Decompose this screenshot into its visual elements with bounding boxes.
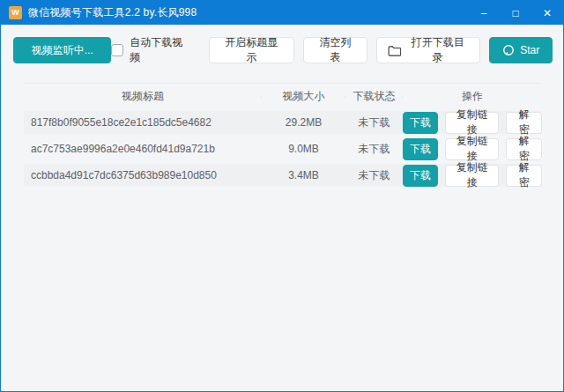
close-icon: ✕ xyxy=(543,8,552,18)
show-title-button[interactable]: 开启标题显示 xyxy=(209,37,294,63)
header-video-size: 视频大小 xyxy=(262,89,345,104)
app-icon: W xyxy=(9,6,22,19)
video-size-cell: 9.0MB xyxy=(262,143,345,155)
maximize-button[interactable]: □ xyxy=(500,1,531,25)
maximize-icon: □ xyxy=(512,8,518,18)
actions-cell: 下载 复制链接 解密 xyxy=(403,138,542,160)
app-window: W 微信视频号下载工具2.2 by.长风998 – □ ✕ 视频监听中... 自… xyxy=(0,0,564,392)
copy-link-button[interactable]: 复制链接 xyxy=(445,112,499,134)
decrypt-button[interactable]: 解密 xyxy=(506,112,542,134)
decrypt-button[interactable]: 解密 xyxy=(506,138,542,160)
copy-link-button[interactable]: 复制链接 xyxy=(445,165,499,187)
download-button[interactable]: 下载 xyxy=(403,165,438,187)
toolbar: 视频监听中... 自动下载视频 开启标题显示 清空列表 打开下载目录 Star xyxy=(13,37,553,63)
close-button[interactable]: ✕ xyxy=(531,1,563,25)
video-table: 视频标题 视频大小 下载状态 操作 817f8b0f9055e18ce2e1c1… xyxy=(24,83,542,187)
github-star-button[interactable]: Star xyxy=(489,37,553,63)
title-bar: W 微信视频号下载工具2.2 by.长风998 – □ ✕ xyxy=(1,1,563,25)
download-button[interactable]: 下载 xyxy=(403,112,438,134)
github-icon xyxy=(502,44,515,56)
clear-list-button[interactable]: 清空列表 xyxy=(303,37,368,63)
header-download-status: 下载状态 xyxy=(345,89,403,104)
video-title-cell: 817f8b0f9055e18ce2e1c185dc5e4682 xyxy=(24,116,262,129)
actions-cell: 下载 复制链接 解密 xyxy=(403,165,542,187)
toolbar-right-group: 自动下载视频 开启标题显示 清空列表 打开下载目录 Star xyxy=(111,35,553,65)
auto-download-checkbox[interactable] xyxy=(111,44,123,56)
download-status-cell: 未下载 xyxy=(345,168,403,183)
actions-cell: 下载 复制链接 解密 xyxy=(403,112,542,134)
minimize-button[interactable]: – xyxy=(468,1,500,25)
video-title-cell: ccbbda4d91c7dc6375d63b989e10d850 xyxy=(24,169,262,181)
auto-download-label: 自动下载视频 xyxy=(130,35,192,65)
folder-icon xyxy=(388,45,401,56)
minimize-icon: – xyxy=(481,8,487,18)
table-body: 817f8b0f9055e18ce2e1c185dc5e4682 29.2MB … xyxy=(24,111,542,187)
decrypt-button[interactable]: 解密 xyxy=(506,165,542,187)
header-actions: 操作 xyxy=(403,89,542,104)
header-video-title: 视频标题 xyxy=(24,89,262,104)
table-header: 视频标题 视频大小 下载状态 操作 xyxy=(24,83,542,109)
copy-link-button[interactable]: 复制链接 xyxy=(445,138,499,160)
open-download-dir-button[interactable]: 打开下载目录 xyxy=(376,37,480,63)
video-listen-button[interactable]: 视频监听中... xyxy=(13,37,111,63)
auto-download-group: 自动下载视频 xyxy=(111,35,192,65)
window-title: 微信视频号下载工具2.2 by.长风998 xyxy=(28,5,197,20)
github-star-label: Star xyxy=(520,44,539,56)
table-row: ccbbda4d91c7dc6375d63b989e10d850 3.4MB 未… xyxy=(24,164,542,187)
video-size-cell: 3.4MB xyxy=(262,169,345,181)
table-row: ac7c753ae9996a2e0e460fd41d9a721b 9.0MB 未… xyxy=(24,137,542,160)
open-download-dir-label: 打开下载目录 xyxy=(406,35,469,65)
video-title-cell: ac7c753ae9996a2e0e460fd41d9a721b xyxy=(24,143,262,155)
download-status-cell: 未下载 xyxy=(345,115,403,130)
table-row: 817f8b0f9055e18ce2e1c185dc5e4682 29.2MB … xyxy=(24,111,542,134)
download-status-cell: 未下载 xyxy=(345,142,403,157)
download-button[interactable]: 下载 xyxy=(403,138,438,160)
video-size-cell: 29.2MB xyxy=(262,116,345,129)
